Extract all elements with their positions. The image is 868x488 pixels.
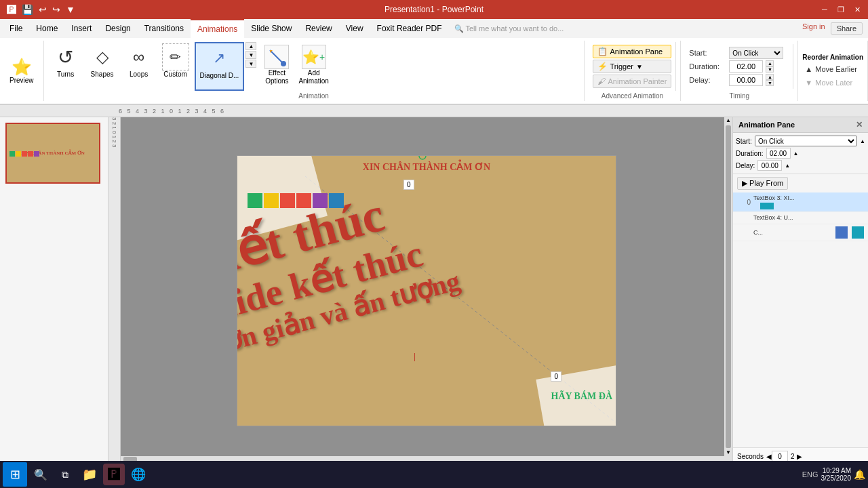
vertical-scrollbar[interactable]: ▲ ▼ (724, 117, 732, 456)
slide-canvas[interactable]: XIN CHÂN THÀNH CẢM ƠN (237, 155, 616, 426)
seconds-start-input[interactable] (772, 451, 788, 462)
close-button[interactable]: ✕ (852, 4, 863, 15)
seconds-right-arrow[interactable]: ▶ (797, 453, 802, 460)
tab-foxit[interactable]: Foxit Reader PDF (370, 19, 449, 38)
tab-animations[interactable]: Animations (191, 19, 244, 38)
loops-icon: ∞ (125, 43, 153, 70)
trigger-label: Trigger (610, 62, 633, 70)
delay-spinner: ▲ ▼ (766, 74, 774, 86)
customize-icon[interactable]: ▼ (64, 3, 77, 16)
trigger-icon: ⚡ (597, 62, 608, 71)
trigger-dropdown-icon: ▼ (636, 63, 643, 70)
effect-options-button[interactable]: EffectOptions (260, 42, 293, 91)
timing-items: Start: On Click With Previous After Prev… (685, 42, 793, 91)
anim-item-1[interactable]: TextBox 4: U... (733, 212, 868, 224)
taskbar-date: 3/25/2020 (821, 474, 852, 482)
pane-start-spinner-up[interactable]: ▲ (860, 138, 865, 144)
tab-transitions[interactable]: Transitions (138, 19, 191, 38)
pane-start-select[interactable]: On Click (755, 136, 857, 146)
tab-insert[interactable]: Insert (64, 19, 98, 38)
advanced-animation-items: 📋 Animation Pane ⚡ Trigger ▼ 🖌 Animation… (589, 42, 677, 91)
animation-pane-close-button[interactable]: ✕ (856, 120, 863, 129)
thumb-color-bar (9, 151, 39, 157)
v-scroll-down[interactable]: ▼ (725, 449, 732, 456)
powerpoint-taskbar-button[interactable]: 🅿 (103, 464, 125, 485)
anim-item-2[interactable]: C... (733, 224, 868, 241)
preview-group: ⭐ Preview (0, 41, 44, 101)
anim-item-0[interactable]: 0 TextBox 3: XI... (733, 192, 868, 212)
redo-icon[interactable]: ↪ (51, 3, 62, 16)
move-later-button[interactable]: ▼ Move Later (802, 77, 863, 88)
task-view-button[interactable]: ⧉ (54, 464, 76, 485)
anim-custom-path-button[interactable]: ✏ Custom (158, 42, 193, 91)
chrome-button[interactable]: 🌐 (127, 464, 149, 485)
animation-scroll-arrows: ▲ ▼ ▼ (245, 42, 256, 91)
play-from-button[interactable]: ▶ Play From (737, 177, 788, 190)
share-button[interactable]: Share (831, 22, 863, 35)
loops-label: Loops (130, 70, 148, 78)
pane-start-row: Start: On Click ▲ (736, 136, 865, 146)
anim-turns-button[interactable]: ↺ Turns (48, 42, 83, 91)
trigger-button[interactable]: ⚡ Trigger ▼ (593, 60, 672, 73)
tab-review[interactable]: Review (298, 19, 338, 38)
preview-button[interactable]: ⭐ Preview (4, 55, 39, 87)
tab-file[interactable]: File (3, 19, 29, 38)
v-scroll-thumb[interactable] (726, 125, 731, 448)
scroll-down-arrow[interactable]: ▼ (245, 60, 256, 68)
animation-pane-button[interactable]: 📋 Animation Pane (593, 45, 672, 58)
minimize-button[interactable]: ─ (819, 4, 830, 15)
tab-slideshow[interactable]: Slide Show (244, 19, 298, 38)
pane-duration-input[interactable] (766, 148, 791, 159)
anim-diagonal-button[interactable]: ↗ Diagonal D... (195, 42, 245, 91)
delay-down-button[interactable]: ▼ (766, 80, 774, 86)
move-earlier-label: Move Earlier (815, 65, 857, 73)
tab-home[interactable]: Home (29, 19, 64, 38)
search-placeholder[interactable]: Tell me what you want to do... (465, 24, 564, 33)
pane-delay-input[interactable] (757, 160, 782, 171)
tab-design[interactable]: Design (98, 19, 137, 38)
anim-loops-button[interactable]: ∞ Loops (121, 42, 157, 91)
scroll-up-arrow[interactable]: ▲ (245, 42, 256, 50)
animation-list-pane: 0 TextBox 3: XI... TextBox 4: U... C... (733, 192, 868, 447)
file-explorer-button[interactable]: 📁 (79, 464, 100, 485)
duration-up-button[interactable]: ▲ (766, 60, 774, 66)
undo-icon[interactable]: ↩ (37, 3, 48, 16)
window-controls: ─ ❐ ✕ (819, 4, 863, 15)
start-button[interactable]: ⊞ (3, 462, 27, 487)
v-scroll-up[interactable]: ▲ (725, 117, 732, 124)
diagonal-label: Diagonal D... (200, 72, 239, 79)
search-taskbar-button[interactable]: 🔍 (30, 464, 52, 485)
move-earlier-button[interactable]: ▲ Move Earlier (802, 64, 863, 75)
preview-group-items: ⭐ Preview (4, 42, 39, 100)
add-animation-button[interactable]: ⭐+ AddAnimation (294, 42, 332, 91)
tab-view[interactable]: View (339, 19, 370, 38)
duration-down-button[interactable]: ▼ (766, 66, 774, 73)
pane-duration-up[interactable]: ▲ (793, 150, 799, 157)
delay-input[interactable]: 00.00 (729, 74, 763, 86)
taskbar: ⊞ 🔍 ⧉ 📁 🅿 🌐 ENG 10:29 AM 3/25/2020 🔔 (0, 461, 868, 488)
pane-delay-up[interactable]: ▲ (785, 163, 790, 169)
start-dropdown[interactable]: On Click With Previous After Previous (729, 47, 783, 59)
slide-1-thumbnail[interactable]: XIN CHÂN THÀNH CẢM ƠN (5, 123, 100, 184)
effect-options-icon (264, 45, 289, 69)
seconds-left-arrow[interactable]: ◀ (766, 453, 772, 460)
animation-pane: Animation Pane ✕ Start: On Click ▲ Durat… (732, 117, 868, 464)
duration-spinner: ▲ ▼ (766, 60, 774, 73)
scroll-mid-arrow[interactable]: ▼ (245, 51, 256, 59)
taskbar-right: ENG 10:29 AM 3/25/2020 🔔 (802, 467, 865, 482)
restore-button[interactable]: ❐ (835, 4, 846, 15)
advanced-animation-label: Advanced Animation (601, 92, 663, 100)
animation-painter-button[interactable]: 🖌 Animation Painter (593, 75, 672, 88)
animation-painter-icon: 🖌 (597, 77, 606, 86)
add-animation-label: AddAnimation (298, 69, 328, 85)
duration-input[interactable]: 02.00 (729, 60, 763, 73)
sign-in-button[interactable]: Sign in (802, 22, 825, 35)
anim-shapes-button[interactable]: ◇ Shapes (85, 42, 120, 91)
save-icon[interactable]: 💾 (20, 3, 35, 16)
delay-up-button[interactable]: ▲ (766, 74, 774, 80)
anim-item-2-color (835, 226, 848, 239)
play-from-row: ▶ Play From (733, 174, 868, 192)
svg-point-0 (281, 61, 286, 66)
anim-item-0-label: TextBox 3: XI... (753, 195, 864, 201)
notification-icon[interactable]: 🔔 (854, 469, 865, 480)
